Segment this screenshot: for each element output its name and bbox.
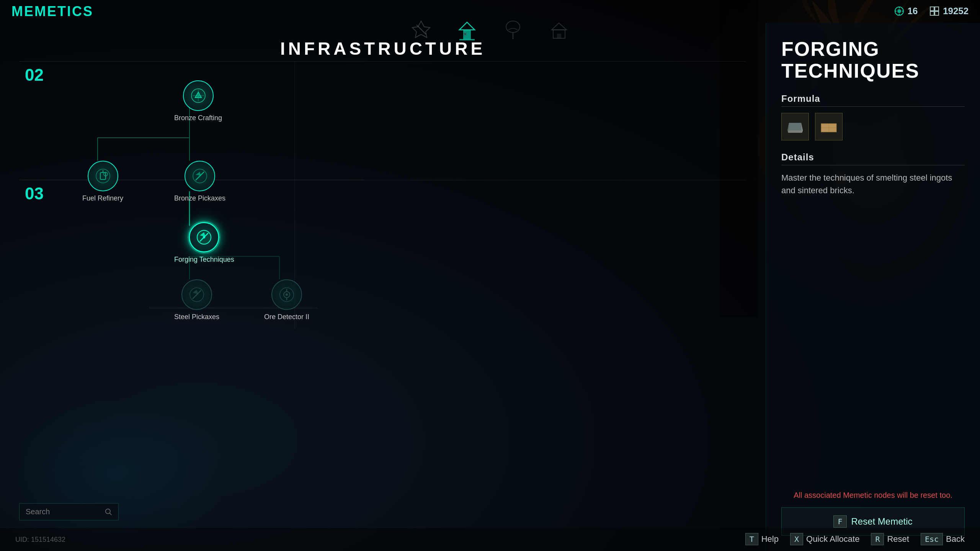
quick-allocate-label: Quick Allocate — [806, 534, 859, 544]
reset-key-badge: F — [833, 515, 846, 528]
svg-rect-12 — [930, 7, 934, 11]
bronze-pickaxes-label: Bronze Pickaxes — [174, 194, 225, 202]
node-fuel-refinery[interactable]: Fuel Refinery — [82, 161, 123, 202]
currency2-icon — [929, 6, 940, 16]
tier-02-row: 02 — [19, 61, 746, 180]
game-title: MEMETICS — [11, 3, 93, 20]
infrastructure-tab-icon — [456, 19, 479, 40]
bronze-crafting-circle — [183, 80, 214, 111]
tab-housing[interactable] — [547, 19, 570, 40]
formula-heading: Formula — [781, 93, 965, 107]
svg-rect-13 — [935, 7, 939, 11]
formula-item-steel — [781, 113, 809, 140]
tier-02-label: 02 — [25, 65, 44, 85]
help-label: Help — [761, 534, 779, 544]
right-panel: FORGING TECHNIQUES Formula — [766, 23, 980, 551]
details-text: Master the techniques of smelting steel … — [781, 171, 965, 197]
bronze-pickaxes-circle — [185, 161, 215, 191]
reset-button-label: Reset Memetic — [851, 516, 913, 527]
detail-title: FORGING TECHNIQUES — [781, 38, 965, 82]
currency1-stat: 16 — [894, 6, 918, 16]
ore-detector-circle — [271, 279, 302, 310]
steel-pickaxes-circle — [181, 279, 212, 310]
svg-point-24 — [506, 21, 520, 33]
nature-tab-icon — [501, 19, 524, 40]
svg-line-52 — [200, 233, 208, 241]
forging-techniques-label: Forging Techniques — [174, 256, 234, 264]
node-steel-pickaxes[interactable]: Steel Pickaxes — [174, 279, 219, 321]
fuel-refinery-circle — [88, 161, 118, 191]
svg-point-51 — [197, 230, 211, 244]
ore-detector-label: Ore Detector II — [264, 313, 309, 321]
bronze-crafting-label: Bronze Crafting — [174, 114, 222, 122]
search-icon — [105, 508, 112, 516]
currency1-value: 16 — [908, 6, 918, 16]
tier-03-row: 03 — [19, 180, 746, 318]
steel-pickaxes-label: Steel Pickaxes — [174, 313, 219, 321]
uid-text: UID: 151514632 — [15, 536, 65, 544]
reset-key: R — [871, 533, 884, 545]
combat-tab-icon — [410, 19, 433, 40]
main-container: INFRASTRUCTURE — [0, 23, 980, 551]
bottom-bar: UID: 151514632 T Help X Quick Allocate R… — [0, 528, 980, 551]
details-heading: Details — [781, 152, 965, 165]
svg-marker-19 — [459, 22, 475, 30]
forging-techniques-circle — [189, 222, 219, 253]
tab-combat[interactable] — [410, 19, 433, 40]
back-action[interactable]: Esc Back — [921, 533, 965, 545]
node-ore-detector-2[interactable]: Ore Detector II — [264, 279, 309, 321]
svg-line-17 — [416, 25, 426, 34]
fuel-refinery-label: Fuel Refinery — [82, 194, 123, 202]
svg-rect-14 — [930, 11, 934, 15]
tier-03-label: 03 — [25, 184, 44, 203]
help-action[interactable]: T Help — [745, 533, 779, 545]
currency2-value: 19252 — [943, 6, 969, 16]
tab-nature[interactable] — [501, 19, 524, 40]
formula-item-brick — [815, 113, 843, 140]
back-key: Esc — [921, 533, 943, 545]
svg-marker-27 — [552, 23, 567, 30]
help-key: T — [745, 533, 758, 545]
node-bronze-pickaxes[interactable]: Bronze Pickaxes — [174, 161, 225, 202]
search-input[interactable] — [26, 507, 101, 516]
svg-rect-15 — [935, 11, 939, 15]
reset-label: Reset — [887, 534, 909, 544]
node-forging-techniques[interactable]: Forging Techniques — [174, 222, 234, 264]
search-bar[interactable] — [19, 503, 119, 520]
quick-allocate-key: X — [790, 533, 803, 545]
steel-ingot-icon — [786, 120, 804, 134]
section-title: INFRASTRUCTURE — [0, 38, 766, 59]
svg-point-58 — [286, 293, 288, 296]
housing-tab-icon — [547, 19, 570, 40]
svg-rect-28 — [557, 34, 561, 38]
svg-point-7 — [897, 9, 901, 13]
svg-point-53 — [203, 236, 205, 238]
reset-action[interactable]: R Reset — [871, 533, 909, 545]
tab-infrastructure[interactable] — [456, 19, 479, 40]
bottom-actions: T Help X Quick Allocate R Reset Esc Back — [745, 533, 965, 545]
quick-allocate-action[interactable]: X Quick Allocate — [790, 533, 859, 545]
tech-tree-panel: INFRASTRUCTURE — [0, 23, 766, 551]
svg-line-62 — [109, 513, 111, 515]
node-bronze-crafting[interactable]: Bronze Crafting — [174, 80, 222, 122]
category-tabs — [410, 19, 570, 40]
svg-marker-63 — [787, 123, 803, 130]
top-stats: 16 19252 — [894, 6, 969, 16]
currency2-stat: 19252 — [929, 6, 969, 16]
svg-marker-64 — [787, 130, 803, 133]
tree-container: 02 03 Bronze Crafting — [19, 61, 746, 520]
reset-warning: All associated Memetic nodes will be res… — [781, 491, 965, 500]
sintered-brick-icon — [820, 120, 838, 134]
currency1-icon — [894, 6, 905, 16]
formula-items — [781, 113, 965, 140]
back-label: Back — [946, 534, 965, 544]
svg-point-61 — [106, 509, 110, 514]
